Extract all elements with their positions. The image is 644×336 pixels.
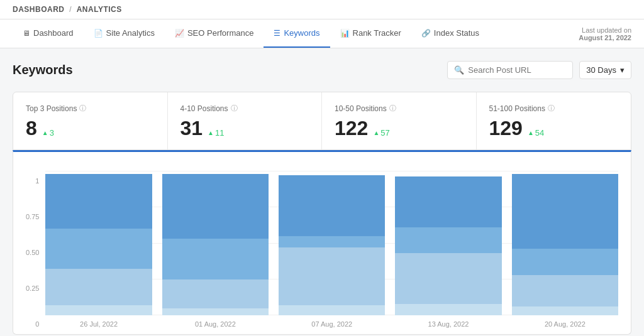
- bar-group-2: [279, 171, 385, 315]
- stat-value-row-1: 31 ▲ 11: [180, 118, 309, 138]
- tab-seo-performance[interactable]: 📈SEO Performance: [165, 19, 264, 48]
- tab-icon-dashboard: 🖥: [23, 29, 30, 38]
- tab-icon-rank-tracker: 📊: [340, 29, 350, 38]
- tab-label-index-status: Index Status: [434, 28, 479, 38]
- stat-value-3: 129: [489, 118, 523, 138]
- stacked-bar-3: [395, 171, 501, 315]
- stat-value-1: 31: [180, 118, 203, 138]
- stats-row: Top 3 Positions ⓘ 8 ▲ 3 4-10 Positions ⓘ…: [13, 92, 631, 150]
- x-label-2: 07 Aug, 2022: [279, 320, 385, 328]
- tab-icon-keywords: ☰: [274, 29, 280, 38]
- stacked-bar-4: [512, 171, 618, 315]
- tab-keywords[interactable]: ☰Keywords: [264, 19, 330, 48]
- page-content: Keywords 🔍 30 Days ▾ Top 3 Positions ⓘ 8…: [0, 48, 644, 336]
- bar-group-3: [395, 171, 501, 315]
- x-label-0: 26 Jul, 2022: [45, 320, 152, 328]
- stat-help-icon-3: ⓘ: [548, 104, 555, 113]
- nav-tabs: 🖥Dashboard📄Site Analytics📈SEO Performanc…: [13, 19, 489, 48]
- x-labels: 26 Jul, 202201 Aug, 202207 Aug, 202213 A…: [45, 320, 618, 328]
- search-icon: 🔍: [454, 65, 464, 75]
- x-label-1: 01 Aug, 2022: [162, 320, 269, 328]
- stat-change-0: ▲ 3: [42, 128, 54, 138]
- tab-icon-seo-performance: 📈: [175, 29, 184, 38]
- y-label-0: 1: [35, 177, 39, 185]
- bar-group-1: [162, 171, 269, 315]
- y-label-2: 0.50: [26, 249, 39, 256]
- stat-arrow-1: ▲: [208, 129, 214, 136]
- page-title: Keywords: [13, 63, 73, 77]
- bar-segment-3-1: [395, 227, 501, 253]
- tab-label-dashboard: Dashboard: [33, 28, 74, 38]
- x-label-3: 13 Aug, 2022: [395, 320, 501, 328]
- stat-help-icon-0: ⓘ: [79, 104, 86, 113]
- bar-segment-3-2: [395, 253, 501, 304]
- bar-segment-1-2: [162, 279, 269, 308]
- stat-arrow-2: ▲: [373, 129, 379, 136]
- stat-change-1: ▲ 11: [208, 128, 224, 138]
- stat-arrow-3: ▲: [528, 129, 534, 136]
- x-label-4: 20 Aug, 2022: [512, 320, 618, 328]
- tab-label-keywords: Keywords: [284, 28, 319, 38]
- tab-rank-tracker[interactable]: 📊Rank Tracker: [330, 19, 411, 48]
- tab-index-status[interactable]: 🔗Index Status: [411, 19, 489, 48]
- chevron-down-icon: ▾: [620, 65, 625, 75]
- bar-segment-2-3: [279, 305, 385, 315]
- days-label: 30 Days: [586, 65, 616, 75]
- stat-label-0: Top 3 Positions ⓘ: [26, 104, 155, 113]
- header-controls: 🔍 30 Days ▾: [447, 61, 631, 79]
- bar-segment-3-0: [395, 176, 501, 227]
- bar-segment-4-0: [512, 174, 618, 249]
- tab-label-seo-performance: SEO Performance: [187, 28, 254, 38]
- stacked-bar-1: [162, 171, 269, 315]
- y-label-3: 0.25: [26, 285, 39, 292]
- stat-card-3: 51-100 Positions ⓘ 129 ▲ 54: [477, 92, 631, 149]
- tab-icon-site-analytics: 📄: [94, 29, 103, 38]
- bar-segment-0-1: [45, 229, 152, 269]
- stat-value-row-3: 129 ▲ 54: [489, 118, 619, 138]
- stat-value-row-2: 122 ▲ 57: [335, 118, 464, 138]
- bar-segment-2-1: [279, 236, 385, 247]
- bars-and-labels: 26 Jul, 202201 Aug, 202207 Aug, 202213 A…: [45, 171, 618, 328]
- stat-label-3: 51-100 Positions ⓘ: [489, 104, 619, 113]
- stat-card-2: 10-50 Positions ⓘ 122 ▲ 57: [322, 92, 477, 149]
- tab-site-analytics[interactable]: 📄Site Analytics: [84, 19, 165, 48]
- breadcrumb-current: ANALYTICS: [77, 5, 122, 14]
- tab-dashboard[interactable]: 🖥Dashboard: [13, 19, 84, 48]
- bar-segment-4-2: [512, 275, 618, 307]
- bar-segment-2-0: [279, 175, 385, 236]
- bar-group-0: [45, 171, 152, 315]
- stat-card-0: Top 3 Positions ⓘ 8 ▲ 3: [13, 92, 168, 149]
- bar-segment-3-3: [395, 304, 501, 315]
- stat-help-icon-1: ⓘ: [231, 104, 238, 113]
- stat-change-2: ▲ 57: [373, 128, 389, 138]
- bar-segment-4-3: [512, 306, 618, 315]
- bar-segment-2-2: [279, 247, 385, 305]
- bar-group-4: [512, 171, 618, 315]
- search-box[interactable]: 🔍: [447, 61, 573, 79]
- chart-area: 10.750.500.250 26 Jul, 202201 Aug, 20220…: [26, 165, 618, 328]
- bar-segment-0-0: [45, 174, 152, 229]
- stat-value-2: 122: [335, 118, 368, 138]
- chart-container: 10.750.500.250 26 Jul, 202201 Aug, 20220…: [13, 150, 631, 335]
- bars-row: [45, 171, 618, 315]
- breadcrumb-parent: DASHBOARD: [13, 5, 65, 14]
- stat-change-3: ▲ 54: [528, 128, 544, 138]
- bar-segment-1-3: [162, 308, 269, 316]
- stat-value-row-0: 8 ▲ 3: [26, 118, 155, 138]
- tab-icon-index-status: 🔗: [421, 29, 431, 38]
- breadcrumb: DASHBOARD / ANALYTICS: [13, 5, 122, 14]
- bar-segment-0-2: [45, 269, 152, 305]
- nav-bar: 🖥Dashboard📄Site Analytics📈SEO Performanc…: [0, 19, 644, 48]
- page-header: Keywords 🔍 30 Days ▾: [13, 61, 631, 79]
- days-select[interactable]: 30 Days ▾: [579, 61, 631, 79]
- stat-arrow-0: ▲: [42, 129, 48, 136]
- stat-label-2: 10-50 Positions ⓘ: [335, 104, 464, 113]
- tab-label-site-analytics: Site Analytics: [106, 28, 155, 38]
- search-input[interactable]: [468, 65, 566, 75]
- tab-label-rank-tracker: Rank Tracker: [353, 28, 401, 38]
- bar-segment-1-0: [162, 174, 269, 239]
- stat-help-icon-2: ⓘ: [389, 104, 396, 113]
- bar-segment-1-1: [162, 239, 269, 279]
- stacked-bar-0: [45, 171, 152, 315]
- stacked-bar-2: [279, 171, 385, 315]
